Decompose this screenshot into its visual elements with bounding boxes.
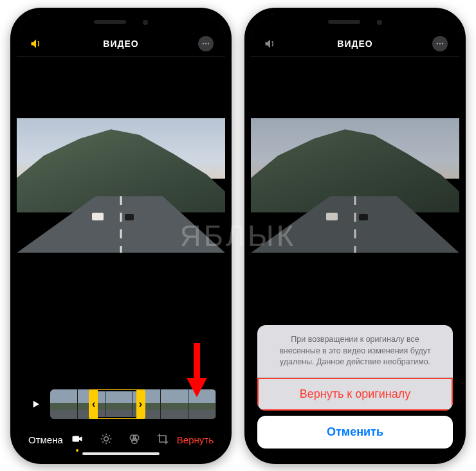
ellipsis-icon [198, 36, 214, 51]
svg-point-11 [439, 43, 441, 44]
editor-header: ВИДЕО [17, 32, 225, 57]
sheet-cancel-button[interactable]: Отменить [257, 416, 453, 449]
svg-point-1 [205, 43, 206, 44]
svg-point-6 [104, 436, 109, 441]
tool-video[interactable] [70, 433, 84, 447]
revert-to-original-button[interactable]: Вернуть к оригиналу [257, 378, 453, 411]
annotation-arrow-icon [184, 341, 210, 398]
volume-icon[interactable] [27, 35, 45, 53]
trim-handle-left-icon[interactable]: ‹ [92, 398, 95, 410]
header-title: ВИДЕО [279, 39, 431, 49]
ellipsis-icon [432, 36, 448, 51]
trim-handle-right-icon[interactable]: › [139, 398, 142, 410]
screen: ВИДЕО [17, 14, 225, 458]
action-sheet: При возвращении к оригиналу все внесенны… [257, 325, 453, 449]
volume-icon[interactable] [261, 35, 279, 53]
svg-marker-4 [187, 378, 207, 397]
svg-point-10 [437, 43, 438, 44]
svg-point-12 [442, 43, 443, 44]
revert-button[interactable]: Вернуть [177, 434, 214, 445]
svg-rect-5 [73, 436, 80, 441]
iphone-frame-left: ВИДЕО [10, 8, 232, 464]
screen: ВИДЕО При возв [251, 14, 459, 458]
more-button[interactable] [431, 35, 449, 53]
home-indicator[interactable] [316, 452, 394, 455]
play-button[interactable] [26, 391, 45, 418]
tool-adjust[interactable] [100, 432, 113, 447]
header-title: ВИДЕО [45, 39, 197, 49]
iphone-frame-right: ВИДЕО При возв [244, 8, 466, 464]
home-indicator[interactable] [82, 452, 160, 455]
trim-handles[interactable] [89, 389, 145, 419]
notch [304, 14, 407, 31]
more-button[interactable] [197, 35, 215, 53]
video-preview[interactable] [17, 118, 225, 253]
notch [69, 14, 172, 31]
cancel-button[interactable]: Отмена [28, 434, 63, 445]
svg-point-2 [208, 43, 209, 44]
action-sheet-message: При возвращении к оригиналу все внесенны… [257, 325, 453, 378]
tool-filters[interactable] [128, 432, 141, 447]
svg-point-0 [203, 43, 204, 44]
editor-header: ВИДЕО [251, 32, 459, 57]
tool-crop[interactable] [156, 432, 169, 447]
svg-point-9 [132, 438, 137, 443]
editor-bottom-bar: Отмена Вернуть [17, 432, 225, 447]
